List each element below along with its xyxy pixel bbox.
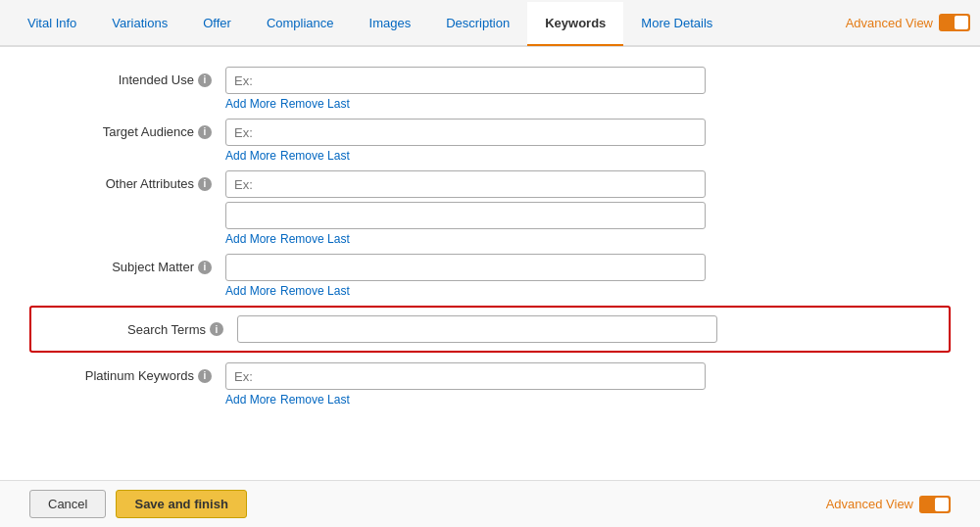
target-audience-info-icon[interactable]: i <box>198 125 212 139</box>
intended-use-add-remove: Add More Remove Last <box>225 97 951 111</box>
tab-variations[interactable]: Variations <box>94 2 185 46</box>
platinum-keywords-inputs: Add More Remove Last <box>225 362 951 407</box>
other-attributes-add-remove: Add More Remove Last <box>225 232 951 246</box>
intended-use-input[interactable] <box>225 67 706 94</box>
tab-compliance[interactable]: Compliance <box>249 2 352 46</box>
other-attributes-row: Other Attributes i Add More Remove Last <box>29 170 951 246</box>
target-audience-inputs: Add More Remove Last <box>225 119 951 163</box>
platinum-keywords-remove-last[interactable]: Remove Last <box>280 393 350 407</box>
tab-bar: Vital Info Variations Offer Compliance I… <box>0 0 980 47</box>
subject-matter-info-icon[interactable]: i <box>198 261 212 274</box>
intended-use-info-icon[interactable]: i <box>198 73 212 87</box>
intended-use-inputs: Add More Remove Last <box>225 67 951 111</box>
platinum-keywords-input[interactable] <box>225 362 706 390</box>
search-terms-input[interactable] <box>237 315 717 343</box>
platinum-keywords-add-more[interactable]: Add More <box>225 393 276 407</box>
search-terms-label: Search Terms i <box>41 322 237 337</box>
other-attributes-extra <box>225 202 951 229</box>
subject-matter-inputs: Add More Remove Last <box>225 254 951 298</box>
target-audience-input[interactable] <box>225 119 706 146</box>
search-terms-inputs <box>237 315 939 343</box>
subject-matter-remove-last[interactable]: Remove Last <box>280 284 350 298</box>
other-attributes-label: Other Attributes i <box>29 170 225 191</box>
tab-offer[interactable]: Offer <box>185 2 249 46</box>
advanced-view-label-bottom: Advanced View <box>826 497 913 511</box>
target-audience-add-more[interactable]: Add More <box>225 149 276 163</box>
save-and-finish-button[interactable]: Save and finish <box>116 490 246 518</box>
target-audience-add-remove: Add More Remove Last <box>225 149 951 163</box>
target-audience-remove-last[interactable]: Remove Last <box>280 149 350 163</box>
main-content: Intended Use i Add More Remove Last Targ… <box>0 47 980 480</box>
tab-description[interactable]: Description <box>428 2 527 46</box>
platinum-keywords-label: Platinum Keywords i <box>29 362 225 383</box>
platinum-keywords-add-remove: Add More Remove Last <box>225 393 951 407</box>
advanced-view-toggle-top[interactable]: Advanced View <box>846 14 970 31</box>
search-terms-highlighted-row: Search Terms i <box>29 306 951 353</box>
search-terms-info-icon[interactable]: i <box>210 322 223 336</box>
advanced-view-toggle-bottom[interactable]: Advanced View <box>826 496 951 513</box>
subject-matter-add-remove: Add More Remove Last <box>225 284 951 298</box>
other-attributes-add-more[interactable]: Add More <box>225 232 276 246</box>
other-attributes-info-icon[interactable]: i <box>198 177 212 191</box>
tab-keywords[interactable]: Keywords <box>527 2 623 46</box>
intended-use-add-more[interactable]: Add More <box>225 97 276 111</box>
subject-matter-input[interactable] <box>225 254 706 281</box>
tab-images[interactable]: Images <box>352 2 429 46</box>
toggle-switch-bottom[interactable] <box>919 496 951 513</box>
footer-buttons: Cancel Save and finish <box>29 490 247 518</box>
tab-vital-info[interactable]: Vital Info <box>10 2 94 46</box>
other-attributes-input-2[interactable] <box>225 202 706 229</box>
cancel-button[interactable]: Cancel <box>29 490 106 518</box>
subject-matter-row: Subject Matter i Add More Remove Last <box>29 254 951 298</box>
target-audience-row: Target Audience i Add More Remove Last <box>29 119 951 163</box>
toggle-switch-top[interactable] <box>939 14 970 31</box>
target-audience-label: Target Audience i <box>29 119 225 139</box>
intended-use-remove-last[interactable]: Remove Last <box>280 97 350 111</box>
footer: Cancel Save and finish Advanced View <box>0 480 980 527</box>
intended-use-row: Intended Use i Add More Remove Last <box>29 67 951 111</box>
platinum-keywords-row: Platinum Keywords i Add More Remove Last <box>29 362 951 407</box>
advanced-view-label-top: Advanced View <box>846 16 933 30</box>
other-attributes-inputs: Add More Remove Last <box>225 170 951 246</box>
intended-use-label: Intended Use i <box>29 67 225 87</box>
platinum-keywords-info-icon[interactable]: i <box>198 369 212 383</box>
subject-matter-label: Subject Matter i <box>29 254 225 274</box>
other-attributes-remove-last[interactable]: Remove Last <box>280 232 350 246</box>
subject-matter-add-more[interactable]: Add More <box>225 284 276 298</box>
tab-more-details[interactable]: More Details <box>623 2 730 46</box>
other-attributes-input-1[interactable] <box>225 170 706 198</box>
